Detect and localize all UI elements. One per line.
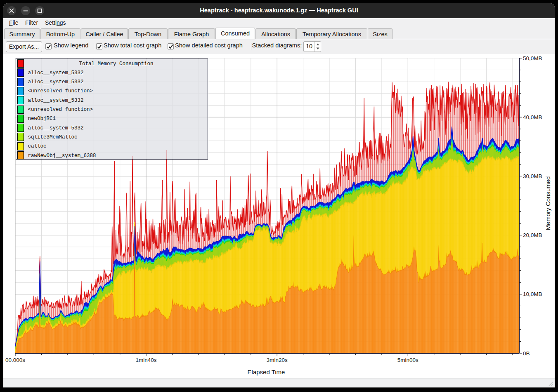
svg-text:00.000s: 00.000s bbox=[5, 357, 25, 363]
svg-text:20,0MB: 20,0MB bbox=[523, 232, 542, 238]
svg-text:50,0MB: 50,0MB bbox=[523, 55, 542, 61]
svg-text:0B: 0B bbox=[523, 350, 530, 357]
svg-text:3min20s: 3min20s bbox=[267, 357, 288, 363]
svg-text:5min00s: 5min00s bbox=[397, 357, 418, 363]
svg-text:10,0MB: 10,0MB bbox=[523, 291, 542, 297]
svg-text:Memory Consumed: Memory Consumed bbox=[544, 176, 551, 230]
svg-text:30,0MB: 30,0MB bbox=[523, 173, 542, 179]
svg-text:1min40s: 1min40s bbox=[136, 357, 157, 363]
svg-text:40,0MB: 40,0MB bbox=[523, 114, 542, 120]
svg-text:Elapsed Time: Elapsed Time bbox=[248, 369, 285, 376]
